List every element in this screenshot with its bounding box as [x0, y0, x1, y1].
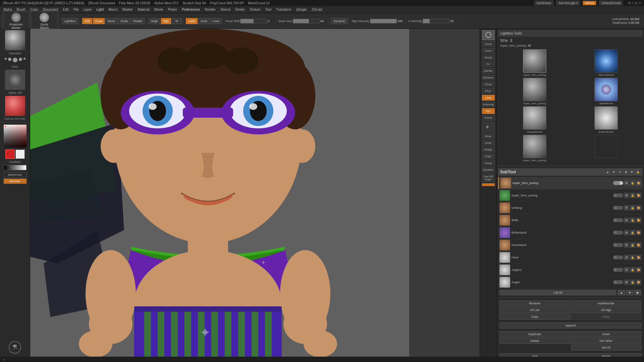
quicksave-button[interactable]: QuickSave [534, 1, 554, 5]
toggle-3[interactable] [613, 218, 623, 222]
menu-layer[interactable]: Layer [82, 7, 94, 12]
side-dynamic2-btn[interactable]: Dynamic [482, 167, 495, 173]
st-color-5[interactable]: 🎨 [636, 242, 641, 248]
st-color-7[interactable]: 🎨 [636, 267, 641, 273]
m-button[interactable]: M [172, 18, 182, 24]
del-all-button[interactable]: Del All [571, 345, 642, 351]
move-button[interactable]: Move [105, 18, 117, 24]
subtool-item-7[interactable]: Augen1 👁 🔒 🎨 [498, 264, 643, 276]
primary-color-swatch[interactable] [5, 149, 15, 159]
focal-slider[interactable] [240, 19, 267, 23]
gradient-bar[interactable] [4, 165, 26, 170]
edit-button[interactable]: Edit [82, 18, 92, 24]
st-lock-1[interactable]: 🔒 [630, 193, 635, 198]
subtool-item-3[interactable]: Brille 👁 🔒 🎨 [498, 214, 643, 227]
toggle-4[interactable] [613, 231, 623, 235]
menu-macro[interactable]: Macro [106, 7, 120, 12]
list-up-button[interactable]: ▲ [618, 290, 625, 295]
menu-light[interactable]: Light [95, 7, 106, 12]
insert-button[interactable]: Insert [571, 331, 642, 337]
zadd-button[interactable]: Zadd [186, 18, 198, 24]
side-sroup2-btn[interactable] [482, 183, 495, 186]
side-zoom-btn[interactable]: Zoom [482, 48, 495, 54]
side-dynamic1-btn[interactable]: Dynamic [482, 75, 495, 80]
subtool-ctrl-1[interactable]: ▲ [605, 169, 610, 175]
brush-thumb-8[interactable] [571, 135, 642, 162]
side-f2-btn[interactable]: F2 [482, 61, 495, 67]
menu-render[interactable]: Render [203, 7, 218, 12]
menu-tool[interactable]: Tool [263, 7, 273, 12]
menu-preferences[interactable]: Preferences [180, 7, 202, 12]
brush-thumb-3[interactable]: super_hero_posing [499, 78, 570, 105]
st-color-6[interactable]: 🎨 [636, 255, 641, 260]
side-move-btn[interactable]: ✛ [482, 122, 495, 132]
st-lock-2[interactable]: 🔒 [630, 205, 635, 210]
st-eye-8[interactable]: 👁 [624, 280, 629, 285]
duplicate-button[interactable]: Duplicate [499, 331, 570, 337]
side-actual-btn[interactable]: Actual [482, 55, 495, 60]
st-eye-3[interactable]: 👁 [624, 218, 629, 223]
toggle-1[interactable] [613, 193, 623, 197]
subtool-item-4[interactable]: Brillenband 👁 🔒 🎨 [498, 227, 643, 239]
menu-marker[interactable]: Marker [120, 7, 135, 12]
canvas-area[interactable]: ✦ [30, 29, 409, 361]
seethrough-button[interactable]: See-through 0 [556, 1, 580, 5]
rgb-button[interactable]: Rgb [161, 18, 171, 24]
menu-edit[interactable]: Edit [61, 7, 70, 12]
subtool-ctrl-2[interactable]: ▼ [611, 169, 616, 175]
all-low-button[interactable]: All Low [499, 307, 570, 313]
st-color-4[interactable]: 🎨 [636, 230, 641, 235]
projection-master-button[interactable]: Projection Master [3, 11, 30, 31]
brush-preview[interactable] [5, 30, 25, 50]
side-brill-btn[interactable] [482, 30, 495, 40]
st-color-8[interactable]: 🎨 [636, 280, 641, 285]
autoreorder-button[interactable]: AutoReorder [571, 300, 642, 306]
color-picker[interactable] [4, 125, 26, 147]
subtool-ctrl-3[interactable]: ✎ [617, 169, 623, 175]
st-lock-5[interactable]: 🔒 [630, 242, 635, 248]
scale-button[interactable]: Scale [118, 18, 130, 24]
st-eye-0[interactable]: 👁 [624, 180, 629, 186]
lightbox-button[interactable]: LightBox [62, 18, 78, 24]
side-move2-btn[interactable]: Move [482, 133, 495, 139]
st-eye-4[interactable]: 👁 [624, 230, 629, 235]
menu-file[interactable]: File [71, 7, 80, 12]
side-polyf-btn[interactable]: PolyF [482, 154, 495, 159]
list-down-button[interactable]: ▼ [626, 290, 634, 295]
menus-button[interactable]: Menus [583, 1, 596, 5]
subtool-item-8[interactable]: Augen 👁 🔒 🎨 [498, 276, 643, 289]
secondary-color-swatch[interactable] [15, 149, 25, 159]
z-intensity-slider[interactable] [423, 19, 449, 23]
defaultzscript-button[interactable]: DefaultZScript [599, 1, 623, 5]
side-xyz-btn[interactable]: Xyz [482, 108, 495, 114]
st-color-0[interactable]: 🎨 [636, 180, 641, 186]
dynamic-button[interactable]: Dynamic [331, 18, 347, 24]
subtool-item-0[interactable]: super_hero_posing 👁 🔒 🎨 [498, 177, 643, 189]
draw-button[interactable]: Draw [93, 18, 105, 24]
side-sroup-btn[interactable]: Sroup [482, 160, 495, 166]
side-unshung-btn[interactable]: Unshung [482, 102, 495, 107]
st-eye-2[interactable]: 👁 [624, 205, 629, 210]
side-floor-btn[interactable]: Floor [482, 88, 495, 94]
menu-movie[interactable]: Movie [152, 7, 165, 12]
brush-thumb-5[interactable]: SimpleBrush [499, 106, 570, 133]
toggle-0[interactable] [613, 181, 623, 185]
menu-stencil[interactable]: Stencil [218, 7, 232, 12]
side-frame-btn[interactable]: Frame [482, 115, 495, 121]
brush-thumb-1[interactable]: super_hero_posing [499, 49, 570, 76]
st-lock-7[interactable]: 🔒 [630, 267, 635, 273]
alternate-button[interactable]: Alternate [4, 179, 26, 184]
toggle-5[interactable] [613, 243, 623, 247]
subtool-item-2[interactable]: Umlang 👁 🔒 🎨 [498, 202, 643, 214]
menu-zplugin[interactable]: Zplugin [294, 7, 309, 12]
list-right-button[interactable]: ▶ [634, 290, 641, 295]
menu-transform[interactable]: Transform [274, 7, 293, 12]
side-persp-btn[interactable]: Persp [482, 81, 495, 87]
menu-picker[interactable]: Picker [166, 7, 179, 12]
rotate-button[interactable]: Rotate [131, 18, 145, 24]
st-lock-0[interactable]: 🔒 [630, 180, 635, 186]
mrgb-button[interactable]: Mrgb [149, 18, 160, 24]
toggle-2[interactable] [613, 206, 623, 210]
coat-button[interactable]: Coat [210, 18, 221, 24]
toggle-6[interactable] [613, 255, 623, 259]
